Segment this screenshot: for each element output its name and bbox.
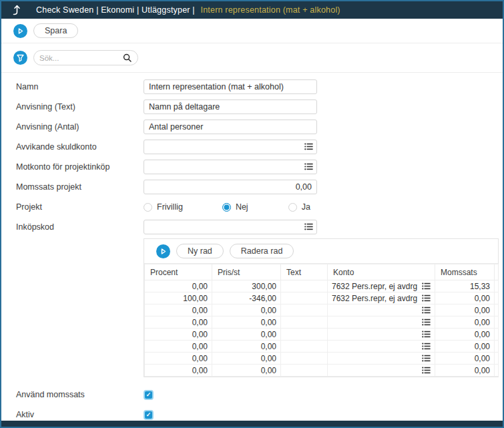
namn-field[interactable] (144, 79, 317, 94)
cell-pris[interactable]: 0,00 (212, 353, 281, 365)
form-row-anvisning-text: Anvisning (Text) (1, 97, 503, 117)
aktiv-checkbox[interactable] (144, 410, 154, 420)
cell-text[interactable] (281, 365, 328, 377)
cell-konto[interactable]: 7632 Pers.repr, ej avdrg (328, 292, 435, 304)
cell-momssats[interactable]: 0,00 (435, 329, 495, 341)
cell-procent[interactable]: 0,00 (145, 353, 212, 365)
cell-pris[interactable]: 0,00 (212, 365, 281, 377)
radio-ja[interactable]: Ja (288, 202, 310, 212)
grid-run-button[interactable] (156, 244, 170, 258)
anvisning-text-field[interactable] (144, 99, 317, 114)
cell-konto[interactable] (328, 329, 435, 341)
cell-momssats[interactable]: 15,33 (435, 280, 495, 292)
cell-spare (495, 292, 499, 304)
list-icon[interactable] (422, 318, 431, 326)
cell-konto[interactable] (328, 365, 435, 377)
radio-frivillig[interactable]: Frivillig (144, 202, 183, 212)
list-icon[interactable] (422, 294, 431, 302)
breadcrumb-path[interactable]: Check Sweden | Ekonomi | Utläggstyper | (36, 5, 195, 15)
new-row-button[interactable]: Ny rad (176, 244, 224, 258)
cell-konto[interactable] (328, 316, 435, 329)
list-icon[interactable] (422, 282, 431, 290)
field-label: Momssats projekt (16, 182, 144, 192)
run-button[interactable] (13, 24, 27, 38)
table-row: 0,000,000,00 (145, 329, 499, 341)
col-header-pris[interactable]: Pris/st (212, 264, 281, 280)
cell-spare (495, 280, 499, 292)
col-header-text[interactable]: Text (281, 264, 328, 280)
anvand-momssats-checkbox[interactable] (144, 390, 154, 400)
cell-procent[interactable]: 100,00 (145, 292, 212, 304)
inkopskod-field[interactable] (144, 220, 317, 234)
cell-text[interactable] (281, 292, 328, 304)
field-label: Inköpskod (16, 222, 144, 232)
radio-nej[interactable]: Nej (222, 202, 248, 212)
radio-icon[interactable] (222, 203, 231, 212)
cell-text[interactable] (281, 304, 328, 316)
cell-pris[interactable]: 0,00 (212, 304, 281, 316)
cell-procent[interactable]: 0,00 (145, 316, 212, 329)
cell-procent[interactable]: 0,00 (145, 304, 212, 316)
cell-momssats[interactable]: 0,00 (435, 316, 495, 329)
cell-konto[interactable] (328, 341, 435, 353)
cell-momssats[interactable]: 0,00 (435, 353, 495, 365)
anvisning-antal-field[interactable] (144, 120, 317, 134)
field-label: Avvikande skuldkonto (16, 142, 144, 152)
konto-value: 7632 Pers.repr, ej avdrg (332, 282, 417, 291)
cell-procent[interactable]: 0,00 (145, 280, 212, 292)
projekt-radio-group: Frivillig Nej Ja (144, 202, 317, 212)
cell-konto[interactable]: 7632 Pers.repr, ej avdrg (328, 280, 435, 292)
search-input[interactable] (39, 54, 123, 62)
delete-row-button[interactable]: Radera rad (230, 244, 294, 258)
cell-momssats[interactable]: 0,00 (435, 365, 495, 377)
cell-text[interactable] (281, 280, 328, 292)
up-arrow-icon[interactable] (11, 4, 23, 17)
cell-text[interactable] (281, 316, 328, 329)
magnifier-icon[interactable] (123, 53, 132, 63)
cell-momssats[interactable]: 0,00 (435, 304, 495, 316)
cell-pris[interactable]: 300,00 (212, 280, 281, 292)
list-icon[interactable] (304, 143, 313, 150)
breadcrumb: Check Sweden | Ekonomi | Utläggstyper | … (36, 5, 340, 15)
form-row-motkonto: Motkonto för projektinköp (1, 157, 503, 177)
header-bar: Check Sweden | Ekonomi | Utläggstyper | … (1, 1, 503, 19)
list-icon[interactable] (422, 306, 431, 314)
col-header-konto[interactable]: Konto (328, 264, 435, 280)
motkonto-field[interactable] (144, 160, 317, 174)
cell-text[interactable] (281, 353, 328, 365)
cell-konto[interactable] (328, 353, 435, 365)
radio-label: Ja (302, 202, 310, 212)
cell-procent[interactable]: 0,00 (145, 365, 212, 377)
cell-procent[interactable]: 0,00 (145, 329, 212, 341)
save-button[interactable]: Spara (33, 23, 78, 38)
momssats-projekt-field[interactable] (144, 180, 317, 194)
filter-button[interactable] (13, 51, 27, 65)
cell-pris[interactable]: -346,00 (212, 292, 281, 304)
radio-icon[interactable] (288, 203, 297, 212)
list-icon[interactable] (422, 355, 431, 362)
list-icon[interactable] (304, 163, 313, 170)
cell-momssats[interactable]: 0,00 (435, 341, 495, 353)
col-header-procent[interactable]: Procent (145, 264, 212, 280)
avvikande-skuldkonto-field[interactable] (144, 140, 317, 154)
cell-text[interactable] (281, 329, 328, 341)
radio-icon[interactable] (144, 203, 152, 212)
cell-text[interactable] (281, 341, 328, 353)
list-icon[interactable] (304, 223, 313, 230)
cell-procent[interactable]: 0,00 (145, 341, 212, 353)
cell-pris[interactable]: 0,00 (212, 316, 281, 329)
cell-pris[interactable]: 0,00 (212, 329, 281, 341)
list-icon[interactable] (422, 331, 431, 338)
col-header-momssats[interactable]: Momssats (435, 264, 495, 280)
cell-momssats[interactable]: 0,00 (435, 292, 495, 304)
field-label: Motkonto för projektinköp (16, 162, 144, 172)
form-row-projekt: Projekt Frivillig Nej Ja (1, 197, 503, 217)
cell-konto[interactable] (328, 304, 435, 316)
list-icon[interactable] (422, 367, 431, 374)
play-icon (19, 29, 23, 33)
cell-pris[interactable]: 0,00 (212, 341, 281, 353)
list-icon[interactable] (422, 343, 431, 350)
toggle-section: Använd momssats Aktiv (1, 385, 503, 425)
cell-spare (495, 341, 499, 353)
table-row: 0,000,000,00 (145, 304, 499, 316)
